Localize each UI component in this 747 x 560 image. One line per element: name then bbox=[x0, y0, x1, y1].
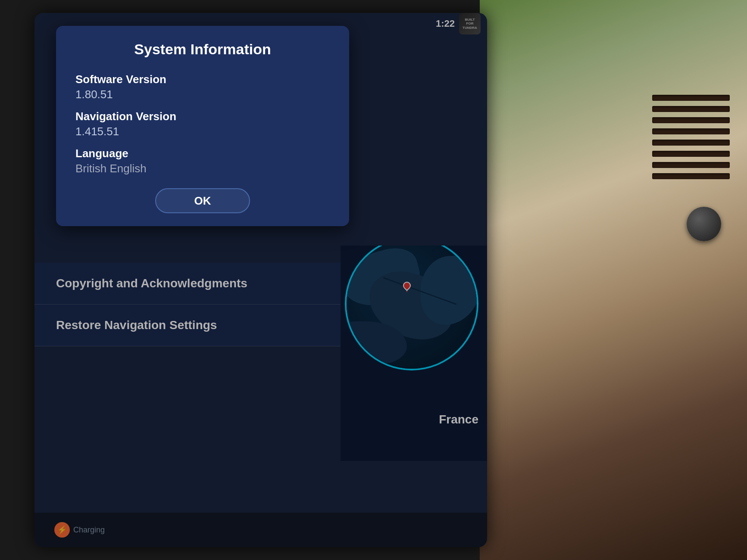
modal-overlay: System Information Software Version 1.80… bbox=[34, 13, 487, 547]
vent-slat bbox=[652, 140, 730, 146]
car-interior-right bbox=[480, 0, 747, 560]
vent-slat bbox=[652, 151, 730, 157]
software-version-value: 1.80.51 bbox=[75, 88, 330, 101]
navigation-version-value: 1.415.51 bbox=[75, 125, 330, 138]
system-info-modal: System Information Software Version 1.80… bbox=[56, 26, 349, 226]
language-value: British English bbox=[75, 162, 330, 175]
vent-control-knob bbox=[687, 207, 721, 241]
language-label: Language bbox=[75, 147, 330, 160]
vent-slat bbox=[652, 173, 730, 179]
navigation-version-label: Navigation Version bbox=[75, 110, 330, 123]
ok-button[interactable]: OK bbox=[155, 188, 250, 213]
vent-slat bbox=[652, 106, 730, 112]
infotainment-screen: 1:22 BUILTFORTUNDRA System Information S… bbox=[34, 13, 487, 547]
vent-slat bbox=[652, 128, 730, 134]
vent-slat bbox=[652, 162, 730, 168]
vent-slat bbox=[652, 117, 730, 123]
modal-title: System Information bbox=[75, 41, 330, 58]
software-version-label: Software Version bbox=[75, 73, 330, 86]
vent-slat bbox=[652, 95, 730, 101]
air-vent bbox=[644, 86, 738, 194]
